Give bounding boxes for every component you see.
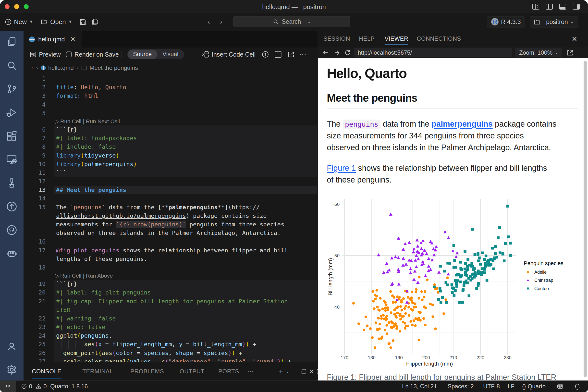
cursor-position-status[interactable]: Ln 13, Col 21 [402, 381, 437, 392]
quarto-version-status[interactable]: Quarto: 1.8.16 [50, 381, 88, 392]
account-icon[interactable] [6, 341, 18, 352]
toggle-panel-icon[interactable] [559, 3, 566, 10]
publish-icon[interactable] [262, 51, 269, 58]
code-line[interactable]: 10library(palmerpenguins) [24, 160, 318, 168]
testing-icon[interactable] [6, 178, 18, 189]
viewer-scrollbar[interactable] [584, 61, 587, 377]
panel-overflow-icon[interactable]: ⋯ [248, 362, 254, 380]
toggle-sidebar-icon[interactable] [546, 3, 553, 10]
navigate-forward-button[interactable]: › [220, 18, 226, 25]
code-line[interactable]: 20#| label: fig-plot-penguins [24, 288, 318, 297]
encoding-status[interactable]: UTF-8 [483, 381, 500, 392]
tab-help[interactable]: HELP [359, 30, 374, 47]
render-on-save-checkbox[interactable]: Render on Save [66, 48, 119, 61]
search-input[interactable]: Search ⌄ [234, 16, 350, 27]
code-line[interactable]: 5 [24, 109, 318, 118]
open-external-icon[interactable] [566, 49, 574, 56]
code-line[interactable]: 9library(tidyverse) [24, 152, 318, 160]
tab-viewer[interactable]: VIEWER [385, 30, 408, 47]
breadcrumb-root[interactable]: r [31, 64, 33, 71]
toggle-secondary-sidebar-icon[interactable] [572, 3, 580, 10]
source-control-icon[interactable] [6, 83, 18, 94]
code-line[interactable]: 6```{r} [24, 126, 318, 134]
insert-code-cell-button[interactable]: Insert Code Cell [202, 48, 256, 61]
code-line[interactable]: 11``` [24, 168, 318, 177]
code-line[interactable]: 26 geom_point(aes(color = species, shape… [24, 349, 318, 358]
code-line[interactable]: 3format: html [24, 92, 318, 100]
tab-connections[interactable]: CONNECTIONS [417, 30, 461, 47]
back-icon[interactable] [322, 49, 329, 56]
code-line[interactable]: 15The `penguins` data from the [**palmer… [24, 203, 318, 212]
code-line[interactable]: 4--- [24, 100, 318, 109]
link[interactable]: palmerpenguins [432, 120, 493, 128]
zoom-select[interactable]: Zoom: 100%⌄ [515, 48, 562, 57]
remote-indicator[interactable]: >< [0, 381, 16, 392]
language-status[interactable]: {} Quarto [522, 381, 546, 392]
publish-icon[interactable] [6, 201, 18, 212]
code-line[interactable]: 23#| echo: false [24, 323, 318, 332]
code-line[interactable]: observed on three islands in the Palmer … [24, 229, 318, 238]
tab-console[interactable]: CONSOLE [32, 362, 62, 380]
code-line[interactable]: 17@fig-plot-penguins shows the relations… [24, 246, 318, 255]
tab-problems[interactable]: PROBLEMS [130, 362, 164, 380]
assistant-icon[interactable] [6, 248, 18, 259]
workspace-button[interactable]: _positron ⌄ [530, 16, 578, 28]
tab-ports[interactable]: PORTS [218, 362, 239, 380]
code-line[interactable]: 12 [24, 177, 318, 186]
settings-gear-icon[interactable] [6, 364, 18, 375]
tab-terminal[interactable]: TERMINAL [82, 362, 113, 380]
minimize-panel-icon[interactable]: – [292, 368, 298, 375]
new-console-icon[interactable]: ＋ [277, 368, 284, 375]
code-line[interactable]: 1--- [24, 74, 318, 83]
sessions-icon[interactable] [6, 154, 18, 165]
code-line[interactable]: 13## Meet the penguins [24, 186, 318, 194]
run-debug-icon[interactable] [6, 107, 18, 118]
preview-button[interactable]: Preview [30, 48, 61, 61]
new-button[interactable]: New▼ [5, 13, 33, 30]
tab-session[interactable]: SESSION [324, 30, 350, 47]
code-editor[interactable]: 1---2title: Hello, Quarto3format: html4-… [24, 74, 318, 362]
run-cell-codelens[interactable]: ▷ Run Cell | Run Next Cell [24, 118, 318, 126]
code-line[interactable]: 27 scale_color_manual(values = c("darkor… [24, 358, 318, 362]
code-line[interactable]: lengths of these penguins. [24, 255, 318, 264]
code-line[interactable]: 7#| label: load-packages [24, 134, 318, 142]
customize-layout-icon[interactable] [532, 3, 540, 10]
link[interactable]: Figure 1 [327, 164, 356, 172]
split-editor-icon[interactable] [274, 51, 282, 58]
code-line[interactable]: 16 [24, 238, 318, 246]
close-tab-icon[interactable]: ✕ [70, 36, 76, 43]
save-all-icon[interactable] [91, 18, 98, 26]
code-line[interactable]: allisonhorst.github.io/palmerpenguins) p… [24, 212, 318, 220]
interpreter-button[interactable]: R R 4.3.3 [487, 16, 525, 28]
tab-hello-qmd[interactable]: hello.qmd ✕ [24, 30, 82, 48]
search-icon[interactable] [6, 60, 18, 71]
code-line[interactable]: 2title: Hello, Quarto [24, 83, 318, 92]
code-line[interactable]: 18 [24, 264, 318, 272]
code-line[interactable]: measurements for `{r} nrow(penguins)` pe… [24, 220, 318, 229]
code-line[interactable]: 21#| fig-cap: Flipper and bill length fo… [24, 297, 318, 306]
source-mode-button[interactable]: Source [128, 50, 157, 59]
forward-icon[interactable] [333, 49, 340, 56]
url-input[interactable]: http://localhost:5675/ [354, 48, 512, 57]
eol-status[interactable]: LF [508, 381, 514, 392]
explorer-icon[interactable] [6, 36, 18, 48]
code-line[interactable]: 19```{r} [24, 280, 318, 288]
feedback-icon[interactable] [557, 383, 564, 390]
split-panel-icon[interactable] [300, 368, 307, 375]
code-line[interactable]: 14 [24, 194, 318, 203]
open-button[interactable]: Open▼ [41, 13, 72, 30]
code-line[interactable]: 25 aes(x = flipper_length_mm, y = bill_l… [24, 340, 318, 349]
reload-icon[interactable] [344, 49, 351, 56]
breadcrumb-file[interactable]: hello.qmd [48, 64, 74, 71]
close-panel-icon[interactable]: ✕ [572, 35, 577, 43]
run-cell-codelens[interactable]: ▷ Run Cell | Run Above [24, 272, 318, 280]
notifications-bell-icon[interactable] [574, 383, 581, 390]
problems-status[interactable]: 0 0 [21, 381, 47, 392]
code-line[interactable]: 22#| warning: false [24, 314, 318, 323]
open-preview-icon[interactable] [288, 51, 295, 58]
code-line[interactable]: LTER [24, 306, 318, 314]
more-actions-icon[interactable]: ⋯ [299, 48, 306, 61]
breadcrumb-section[interactable]: Meet the penguins [90, 64, 138, 71]
github-icon[interactable] [6, 224, 18, 236]
indent-status[interactable]: Spaces: 2 [448, 381, 474, 392]
